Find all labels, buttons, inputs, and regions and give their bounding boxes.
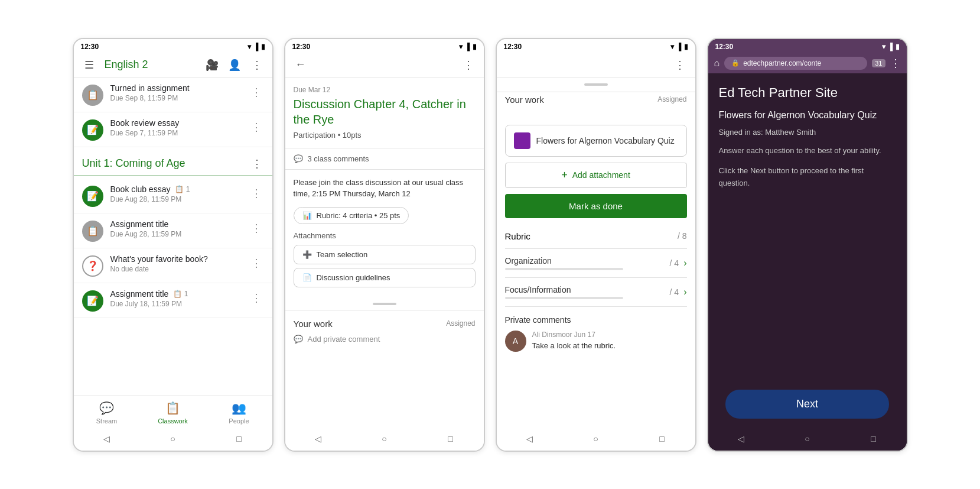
nav-people[interactable]: 👥 People xyxy=(206,396,272,427)
more-btn-3[interactable]: ⋮ xyxy=(249,184,264,202)
list-item-assignment-title[interactable]: 📋 Assignment title Due Aug 28, 11:59 PM … xyxy=(74,213,272,248)
your-work-header-2: Your work Assigned xyxy=(294,319,476,329)
attach-icon-guidelines: 📄 xyxy=(302,273,312,282)
quiz-title: Flowers for Algernon Vocabulary Quiz xyxy=(719,110,896,121)
sys-nav-4: ◁ ○ □ xyxy=(708,427,907,451)
more-btn-2[interactable]: ⋮ xyxy=(249,118,264,136)
vocab-quiz-card[interactable]: Flowers for Algernon Vocabulary Quiz xyxy=(505,125,687,157)
stream-label: Stream xyxy=(96,417,117,425)
list-item-book-club[interactable]: 📝 Book club essay 📋 1 Due Aug 28, 11:59 … xyxy=(74,179,272,213)
home-btn-sys-2[interactable]: ○ xyxy=(377,432,392,446)
sys-nav-2: ◁ ○ □ xyxy=(285,427,484,451)
assignment-subtitle-3: Due Aug 28, 11:59 PM xyxy=(110,195,249,203)
add-attachment-btn[interactable]: + Add attachment xyxy=(505,163,687,188)
rubric-section: Rubric / 8 Organization / 4 › Focus/In xyxy=(497,224,695,307)
discussion-title: Discussion Chapter 4, Catcher in the Rye xyxy=(294,96,476,127)
more-icon-3[interactable]: ⋮ xyxy=(673,58,687,72)
signal-icon: ▐ xyxy=(253,43,259,51)
attach-label-team: Team selection xyxy=(317,250,368,259)
more-icon-2[interactable]: ⋮ xyxy=(461,58,476,72)
back-btn-sys-3[interactable]: ◁ xyxy=(523,432,537,446)
assignment-title-1: Turned in assignment xyxy=(110,83,249,93)
attach-chip-guidelines[interactable]: 📄 Discussion guidelines xyxy=(294,268,476,287)
mark-done-btn[interactable]: Mark as done xyxy=(505,194,687,218)
section-title: Unit 1: Coming of Age xyxy=(82,157,185,170)
recent-btn-sys-2[interactable]: □ xyxy=(444,432,458,446)
nav-classwork[interactable]: 📋 Classwork xyxy=(140,396,206,427)
private-comment-text: Add private comment xyxy=(308,335,380,344)
list-item-book-review[interactable]: 📝 Book review essay Due Sep 7, 11:59 PM … xyxy=(74,112,272,147)
assignment-title-3: Book club essay 📋 1 xyxy=(110,184,249,194)
back-btn-sys-1[interactable]: ◁ xyxy=(100,432,114,446)
recent-btn-sys-1[interactable]: □ xyxy=(232,432,246,446)
more-btn-4[interactable]: ⋮ xyxy=(249,219,264,237)
back-btn-sys-4[interactable]: ◁ xyxy=(734,432,748,446)
rubric-chip-label: Rubric: 4 criteria • 25 pts xyxy=(317,211,401,220)
assignment-subtitle-1: Due Sep 8, 11:59 PM xyxy=(110,94,249,102)
url-bar[interactable]: 🔒 edtechpartner.com/conte xyxy=(724,57,867,70)
rubric-chip[interactable]: 📊 Rubric: 4 criteria • 25 pts xyxy=(294,207,409,224)
toolbar-1: ☰ English 2 🎥 👤 ⋮ xyxy=(74,53,272,77)
add-attachment-label: Add attachment xyxy=(572,170,630,180)
comments-count: 3 class comments xyxy=(308,154,369,163)
more-icon-1[interactable]: ⋮ xyxy=(250,58,264,72)
home-btn-sys-1[interactable]: ○ xyxy=(166,432,180,446)
signal-icon-2: ▐ xyxy=(465,43,470,51)
home-btn-sys-3[interactable]: ○ xyxy=(589,432,603,446)
photo-icon[interactable]: 👤 xyxy=(227,58,242,72)
sys-nav-1: ◁ ○ □ xyxy=(74,427,272,451)
criterion-name-focus: Focus/Information xyxy=(505,285,623,294)
people-label: People xyxy=(229,417,249,425)
tab-count[interactable]: 31 xyxy=(872,59,885,67)
attach-chip-team[interactable]: ➕ Team selection xyxy=(294,245,476,264)
back-icon-2[interactable]: ← xyxy=(294,58,308,72)
comment-icon-2: 💬 xyxy=(294,335,303,344)
battery-icon: ▮ xyxy=(261,43,265,51)
toolbar-title-1: English 2 xyxy=(105,59,205,71)
more-btn-5[interactable]: ⋮ xyxy=(249,254,264,272)
phone-3: 12:30 ▾ ▐ ▮ ⋮ Your work Assigned xyxy=(496,38,696,452)
content-1: 📋 Turned in assignment Due Sep 8, 11:59 … xyxy=(74,77,272,396)
nav-stream[interactable]: 💬 Stream xyxy=(74,396,140,427)
wifi-icon: ▾ xyxy=(248,43,251,51)
assignment-subtitle-5: No due date xyxy=(110,265,249,273)
private-comment-2[interactable]: 💬 Add private comment xyxy=(294,335,476,344)
home-btn-sys-4[interactable]: ○ xyxy=(800,432,815,446)
criterion-name-org: Organization xyxy=(505,256,623,265)
browser-more-icon[interactable]: ⋮ xyxy=(890,57,901,70)
assignment-icon-green-1: 📝 xyxy=(82,119,103,141)
comment-meta: Ali Dinsmoor Jun 17 xyxy=(532,331,616,339)
swipe-handle-2 xyxy=(285,298,484,310)
criterion-organization[interactable]: Organization / 4 › xyxy=(505,249,687,278)
next-button[interactable]: Next xyxy=(725,390,889,419)
list-item-text-1: Turned in assignment Due Sep 8, 11:59 PM xyxy=(110,83,249,102)
instruction-1: Answer each question to the best of your… xyxy=(719,145,896,157)
wifi-icon-3: ▾ xyxy=(670,43,674,51)
assignment-icon-white: ❓ xyxy=(82,255,103,277)
more-btn-6[interactable]: ⋮ xyxy=(249,289,264,307)
vocab-quiz-chip: Flowers for Algernon Vocabulary Quiz xyxy=(514,132,678,149)
wifi-icon-4: ▾ xyxy=(882,43,885,51)
list-item-assignment-title2[interactable]: 📝 Assignment title 📋 1 Due July 18, 11:5… xyxy=(74,283,272,318)
browser-content: Ed Tech Partner Site Flowers for Algerno… xyxy=(708,73,907,381)
your-work-header-3: Your work Assigned xyxy=(505,95,687,105)
recent-btn-sys-3[interactable]: □ xyxy=(655,432,669,446)
time-2: 12:30 xyxy=(292,43,311,51)
browser-home-icon[interactable]: ⌂ xyxy=(714,58,720,69)
assigned-badge-3: Assigned xyxy=(657,95,686,103)
section-more-icon[interactable]: ⋮ xyxy=(250,157,264,171)
recent-btn-sys-4[interactable]: □ xyxy=(867,432,881,446)
criterion-focus[interactable]: Focus/Information / 4 › xyxy=(505,278,687,307)
list-item-turned-in[interactable]: 📋 Turned in assignment Due Sep 8, 11:59 … xyxy=(74,77,272,112)
comment-icon: 💬 xyxy=(294,154,303,163)
list-item-fav-book[interactable]: ❓ What's your favorite book? No due date… xyxy=(74,248,272,283)
attach-icon-team: ➕ xyxy=(302,250,312,259)
bottom-nav-1: 💬 Stream 📋 Classwork 👥 People xyxy=(74,396,272,427)
more-btn-1[interactable]: ⋮ xyxy=(249,83,264,101)
signed-in-text: Signed in as: Matthew Smith xyxy=(719,128,896,137)
section-header-unit1: Unit 1: Coming of Age ⋮ xyxy=(74,147,272,176)
back-btn-sys-2[interactable]: ◁ xyxy=(311,432,325,446)
menu-icon[interactable]: ☰ xyxy=(82,58,96,72)
comments-row[interactable]: 💬 3 class comments xyxy=(285,148,484,170)
video-icon[interactable]: 🎥 xyxy=(205,58,219,72)
